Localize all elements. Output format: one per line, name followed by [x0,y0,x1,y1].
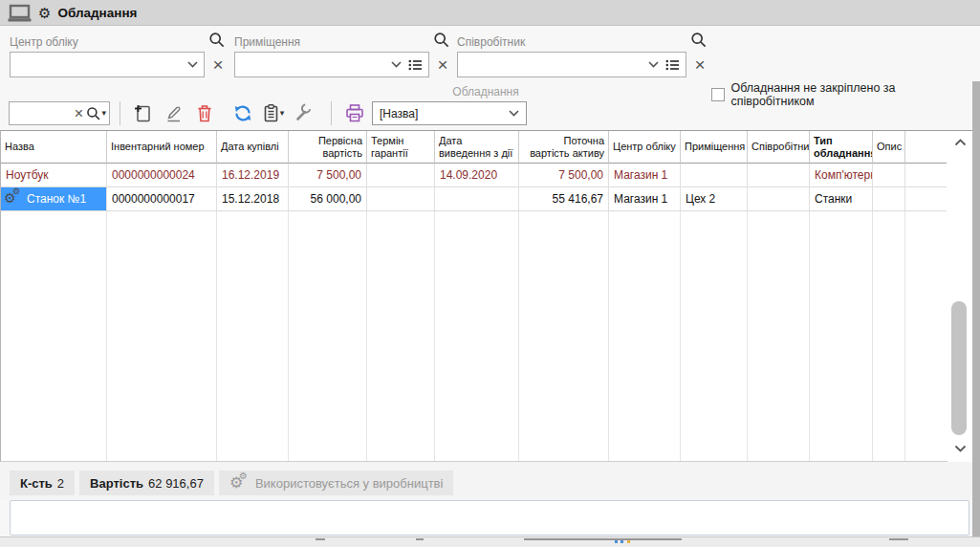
search-icon[interactable] [690,32,708,49]
table-empty-column [217,211,289,461]
column-header-purchase-date[interactable]: Дата купівлі [217,131,289,164]
add-document-icon [133,103,153,123]
table-row-cell[interactable] [435,187,519,211]
table-row-cell[interactable]: 7 500,00 [289,164,367,187]
sort-field-combobox[interactable]: [Назва] [372,101,527,125]
table-row-cell[interactable]: Комп'ютерна т... [810,164,873,187]
production-toggle[interactable]: ⚙ ⚙ Використовується у виробництві [219,470,453,495]
column-header-retire-date[interactable]: Дата виведення з дії [435,131,519,164]
column-header-employee[interactable]: Співробітник [748,131,810,164]
table-empty-column [681,211,748,461]
report-caret-icon: ▾ [280,109,285,118]
column-header-type[interactable]: Тип обладнання [810,131,873,164]
scroll-up-icon[interactable] [954,139,967,146]
refresh-button[interactable] [229,100,255,126]
column-header-filler [905,131,947,164]
status-bar: К-сть 2 Вартість 62 916,67 ⚙ ⚙ Використо… [0,462,972,500]
column-header-current-value[interactable]: Поточна вартість активу [519,131,609,164]
edit-record-button[interactable] [161,100,186,126]
table-empty-column [519,211,609,461]
column-header-room[interactable]: Приміщення [681,131,748,164]
table-row-cell[interactable] [873,164,905,187]
table-row-cell[interactable]: 0000000000017 [107,187,217,211]
table-row-cell[interactable]: 55 416,67 [519,187,609,211]
print-button[interactable] [341,100,367,126]
filter-employee: Співробітник × [457,32,709,77]
table-row-cell[interactable] [748,164,810,187]
chevron-down-icon [391,61,402,68]
table-empty-column [435,211,519,461]
table-row-cell[interactable]: Ноутбук [1,164,107,187]
search-options-caret-icon[interactable]: ▾ [101,109,106,118]
cost-badge: Вартість 62 916,67 [79,470,214,495]
table-empty-column [810,211,873,461]
employee-combobox[interactable] [457,52,686,77]
table-row-cell[interactable]: 14.09.2020 [435,164,519,187]
table-row-cell[interactable] [748,187,810,211]
room-combobox[interactable] [234,52,429,77]
table-row-cell-selected[interactable]: ⚙⚙ Станок №1 [1,187,107,211]
table-empty-column [1,211,107,461]
table-search-input[interactable] [12,107,71,120]
column-header-warranty[interactable]: Термін гарантії [367,131,435,164]
list-icon[interactable] [665,59,680,71]
gear-icon: ⚙ [38,6,51,20]
table-empty-column [609,211,681,461]
refresh-icon [232,103,253,123]
list-icon[interactable] [408,59,423,71]
column-header-inventory[interactable]: Інвентарний номер [107,131,217,164]
production-gears-icon: ⚙ ⚙ [229,475,248,492]
trash-icon [195,103,214,123]
laptop-icon [8,4,32,22]
table-empty-column [748,211,810,461]
table-row-cell[interactable] [367,187,435,211]
table-row-cell[interactable]: 0000000000024 [107,164,217,187]
column-header-initial-cost[interactable]: Первісна вартість [289,131,367,164]
count-badge: К-сть 2 [10,470,75,495]
scroll-down-icon[interactable] [954,445,967,452]
clear-icon[interactable]: × [690,55,709,75]
equipment-table: Назва Інвентарний номер Дата купівлі Пер… [0,130,947,462]
column-header-description[interactable]: Опис [873,131,905,164]
bottom-edge [0,536,980,547]
table-row-cell[interactable]: 16.12.2019 [217,164,289,187]
add-record-button[interactable] [130,100,156,126]
chevron-down-icon [509,110,519,117]
scrollbar-thumb[interactable] [951,301,967,435]
table-row-cell[interactable]: 56 000,00 [289,187,367,211]
column-header-name[interactable]: Назва [1,131,107,164]
chevron-down-icon [187,61,198,68]
pencil-icon [163,103,184,123]
window-title: Обладнання [57,6,137,20]
delete-record-button[interactable] [191,100,217,126]
taskbar-fragment [416,538,424,540]
table-row-cell[interactable]: 7 500,00 [519,164,609,187]
filter-bar: Центр обліку × Приміщення [0,26,971,84]
search-icon[interactable] [86,106,101,121]
taskbar-fragment [621,540,623,543]
report-button[interactable]: ▾ [260,100,286,126]
toolbar-separator [331,101,332,125]
vertical-scrollbar[interactable] [947,130,972,462]
table-row-cell[interactable] [367,164,435,187]
table-row-cell[interactable]: Станки [810,187,873,211]
panel-title: Обладнання [0,85,971,98]
table-row-cell[interactable]: Магазин 1 [609,187,681,211]
settings-button[interactable] [291,100,316,126]
search-icon[interactable] [208,32,226,49]
column-header-center[interactable]: Центр обліку [609,131,681,164]
production-gears-icon: ⚙⚙ [4,191,22,208]
filter-employee-label: Співробітник [457,35,690,49]
table-row-cell[interactable] [873,187,905,211]
table-row-cell[interactable]: 15.12.2018 [217,187,289,211]
table-row-cell[interactable]: Магазин 1 [609,164,681,187]
table-row-cell[interactable]: Цех 2 [681,187,748,211]
search-clear-icon[interactable]: × [71,104,86,123]
search-icon[interactable] [433,32,450,49]
clear-icon[interactable]: × [208,55,228,75]
table-row-cell[interactable] [681,164,748,187]
clear-icon[interactable]: × [433,55,452,75]
window-edge [972,81,980,537]
center-combobox[interactable] [10,52,205,77]
table-search-box: × ▾ [9,101,110,125]
